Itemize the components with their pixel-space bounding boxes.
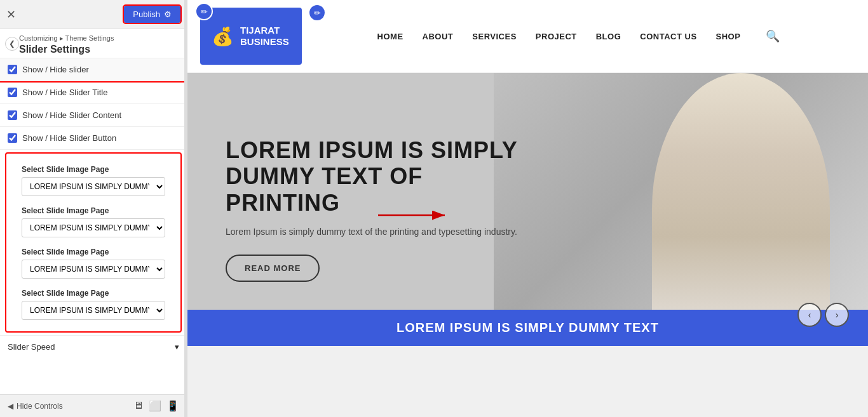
back-button[interactable]: ❮ <box>5 37 19 51</box>
website-preview: ✏ 💰 TIJARAT BUSINESS ✏ HOME ABOUT SERVIC… <box>187 0 868 417</box>
show-hide-button-checkbox[interactable] <box>8 133 17 143</box>
customizer-topbar: ✕ Publish ⚙ <box>0 0 187 29</box>
hide-controls-label: Hide Controls <box>17 402 63 411</box>
nav-project[interactable]: PROJECT <box>536 32 577 41</box>
customizer-panel: ✕ Publish ⚙ ❮ Customizing ▸ Theme Settin… <box>0 0 187 417</box>
slide-select-3-dropdown[interactable]: LOREM IPSUM IS SIMPLY DUMMY TE <box>22 260 165 279</box>
slide-select-1-dropdown[interactable]: LOREM IPSUM IS SIMPLY DUMMY TE <box>22 177 165 196</box>
slide-select-3-label: Select Slide Image Page <box>22 248 165 256</box>
close-button[interactable]: ✕ <box>6 9 16 20</box>
show-hide-content-checkbox[interactable] <box>8 110 17 120</box>
slide-select-2-dropdown[interactable]: LOREM IPSUM IS SIMPLY DUMMY TE <box>22 218 165 237</box>
bottom-blue-bar: LOREM IPSUM IS SIMPLY DUMMY TEXT <box>187 310 868 346</box>
show-hide-title-row: Show / Hide Slider Title <box>0 81 187 104</box>
next-icon: › <box>836 310 839 320</box>
slider-prev-button[interactable]: ‹ <box>797 303 822 327</box>
read-more-button[interactable]: READ MORE <box>226 255 320 282</box>
hero-subtitle: Lorem Ipsum is simply dummy text of the … <box>226 225 543 239</box>
show-hide-slider-checkbox[interactable] <box>8 65 17 74</box>
prev-icon: ‹ <box>808 310 811 320</box>
show-hide-button-row: Show / Hide Slider Button <box>0 127 187 150</box>
slide-select-4-dropdown[interactable]: LOREM IPSUM IS SIMPLY DUMMY TE <box>22 301 165 320</box>
back-icon: ❮ <box>9 39 15 48</box>
nav-services[interactable]: SERVICES <box>472 32 517 41</box>
publish-label: Publish <box>133 10 160 19</box>
preview-area: ✏ 💰 TIJARAT BUSINESS ✏ HOME ABOUT SERVIC… <box>187 0 868 417</box>
nav-home[interactable]: HOME <box>377 32 403 41</box>
show-hide-content-row: Show / Hide Slider Content <box>0 104 187 127</box>
slide-select-3: Select Slide Image Page LOREM IPSUM IS S… <box>14 242 173 284</box>
slide-selects-group: Select Slide Image Page LOREM IPSUM IS S… <box>5 152 182 333</box>
show-hide-slider-label: Show / Hide slider <box>22 65 89 74</box>
desktop-icon[interactable]: 🖥 <box>133 400 144 412</box>
page-title: Slider Settings <box>19 44 180 55</box>
hide-controls[interactable]: ◀ Hide Controls <box>8 402 63 411</box>
slide-select-2-label: Select Slide Image Page <box>22 206 165 215</box>
settings-scroll-area: Show / Hide slider Show / Hide Slider Ti… <box>0 58 187 394</box>
show-hide-content-label: Show / Hide Slider Content <box>22 110 121 120</box>
slide-select-2: Select Slide Image Page LOREM IPSUM IS S… <box>14 201 173 242</box>
site-header: ✏ 💰 TIJARAT BUSINESS ✏ HOME ABOUT SERVIC… <box>187 0 868 73</box>
nav-edit-pencil[interactable]: ✏ <box>308 4 326 22</box>
hero-slider: LOREM IPSUM IS SIMPLY DUMMY TEXT OF PRIN… <box>187 73 868 346</box>
mobile-icon[interactable]: 📱 <box>166 400 179 412</box>
show-hide-button-label: Show / Hide Slider Button <box>22 133 116 143</box>
logo-icon: 💰 <box>212 26 234 47</box>
slide-select-4: Select Slide Image Page LOREM IPSUM IS S… <box>14 284 173 325</box>
site-nav: ✏ HOME ABOUT SERVICES PROJECT BLOG CONTA… <box>302 29 855 43</box>
slider-next-button[interactable]: › <box>825 303 849 327</box>
site-logo: ✏ 💰 TIJARAT BUSINESS <box>200 8 302 65</box>
device-icons: 🖥 ⬜ 📱 <box>133 400 179 412</box>
nav-about[interactable]: ABOUT <box>423 32 454 41</box>
resize-handle[interactable] <box>184 0 187 417</box>
hide-controls-icon: ◀ <box>8 402 13 411</box>
logo-edit-pencil[interactable]: ✏ <box>195 3 213 20</box>
hero-title-line1: LOREM IPSUM IS SIMPLY <box>226 137 543 163</box>
slider-arrows: ‹ › <box>797 303 849 327</box>
logo-text: TIJARAT BUSINESS <box>240 25 289 48</box>
annotation-arrow <box>375 206 451 225</box>
breadcrumb-path: Customizing ▸ Theme Settings <box>19 34 180 43</box>
gear-icon: ⚙ <box>164 10 172 19</box>
bottom-bar: ◀ Hide Controls 🖥 ⬜ 📱 <box>0 394 187 417</box>
publish-button[interactable]: Publish ⚙ <box>124 6 180 23</box>
slider-speed-arrow: ▾ <box>175 342 179 352</box>
slide-select-4-label: Select Slide Image Page <box>22 289 165 298</box>
slider-speed-label: Slider Speed <box>8 342 55 352</box>
show-hide-title-checkbox[interactable] <box>8 88 17 97</box>
show-hide-slider-row: Show / Hide slider <box>0 58 187 81</box>
nav-contact[interactable]: CONTACT US <box>640 32 696 41</box>
show-hide-title-label: Show / Hide Slider Title <box>22 88 107 97</box>
slide-select-1: Select Slide Image Page LOREM IPSUM IS S… <box>14 160 173 201</box>
search-icon[interactable]: 🔍 <box>766 29 780 43</box>
nav-blog[interactable]: BLOG <box>596 32 621 41</box>
nav-shop[interactable]: SHOP <box>716 32 741 41</box>
breadcrumb: ❮ Customizing ▸ Theme Settings Slider Se… <box>0 29 187 58</box>
tablet-icon[interactable]: ⬜ <box>149 400 161 412</box>
slider-speed-row[interactable]: Slider Speed ▾ <box>0 335 187 358</box>
hero-title: LOREM IPSUM IS SIMPLY DUMMY TEXT OF PRIN… <box>226 137 543 216</box>
bottom-bar-text: LOREM IPSUM IS SIMPLY DUMMY TEXT <box>397 321 659 335</box>
slide-select-1-label: Select Slide Image Page <box>22 165 165 174</box>
